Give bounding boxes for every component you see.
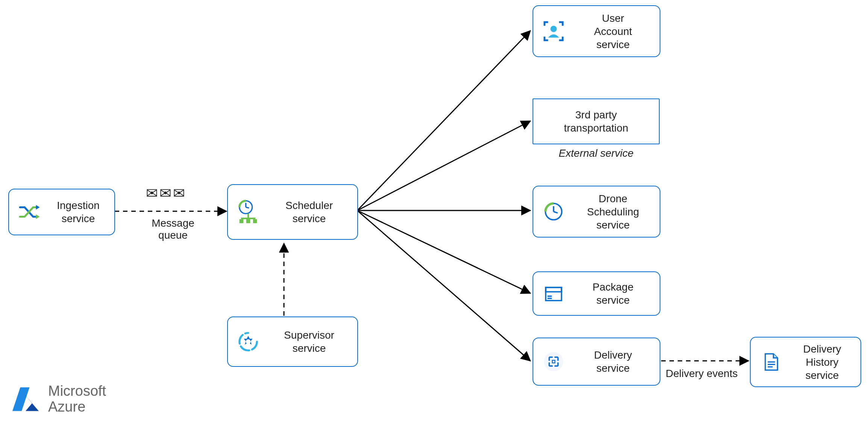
caption-delivery-events: Delivery events	[666, 368, 737, 380]
connectors-layer	[0, 0, 868, 430]
svg-rect-14	[546, 288, 561, 292]
edge-scheduler-package	[357, 210, 530, 293]
gear-refresh-icon	[235, 329, 261, 354]
node-scheduler: Schedulerservice	[227, 184, 358, 240]
node-scheduler-label: Schedulerservice	[269, 199, 350, 225]
branding-line1: Microsoft	[48, 383, 106, 399]
edge-scheduler-user	[357, 31, 530, 210]
shuffle-icon	[17, 199, 42, 225]
svg-line-2	[246, 207, 249, 208]
node-user-label: UserAccountservice	[574, 12, 652, 51]
clock-icon	[541, 199, 566, 224]
svg-point-17	[544, 352, 563, 371]
svg-rect-5	[240, 219, 244, 223]
expand-icon	[541, 349, 566, 374]
node-drone-label: DroneSchedulingservice	[574, 192, 652, 232]
edge-scheduler-3p	[357, 121, 530, 210]
user-frame-icon	[541, 18, 566, 44]
caption-message-queue: Messagequeue	[139, 217, 207, 241]
svg-point-8	[246, 339, 251, 344]
node-delivery-label: Deliveryservice	[574, 348, 652, 375]
node-third-party: 3rd partytransportation	[533, 98, 660, 144]
node-delivery: Deliveryservice	[533, 338, 660, 386]
svg-point-9	[551, 26, 557, 32]
node-ingestion: Ingestionservice	[8, 189, 115, 235]
document-icon	[758, 349, 784, 375]
branding-line2: Azure	[48, 399, 106, 415]
node-package: Packageservice	[533, 271, 660, 316]
envelope-icon: ✉	[159, 186, 171, 200]
scheduler-icon	[235, 199, 261, 225]
node-third-party-label: 3rd partytransportation	[541, 108, 651, 135]
svg-rect-7	[253, 219, 257, 223]
edge-scheduler-delivery	[357, 210, 530, 361]
envelope-icons: ✉ ✉ ✉	[146, 186, 185, 200]
node-supervisor-label: Supervisorservice	[269, 329, 350, 355]
azure-logo-icon	[10, 383, 41, 415]
node-user-account: UserAccountservice	[533, 5, 660, 57]
azure-branding: Microsoft Azure	[10, 383, 106, 415]
svg-rect-6	[246, 219, 250, 223]
envelope-icon: ✉	[173, 186, 185, 200]
node-drone-scheduling: DroneSchedulingservice	[533, 186, 660, 238]
node-history-label: DeliveryHistoryservice	[791, 342, 853, 382]
node-supervisor: Supervisorservice	[227, 316, 358, 367]
package-icon	[541, 281, 566, 306]
caption-external-service: External service	[533, 147, 660, 159]
envelope-icon: ✉	[146, 186, 158, 200]
node-package-label: Packageservice	[574, 280, 652, 307]
node-ingestion-label: Ingestionservice	[50, 199, 107, 225]
azure-branding-text: Microsoft Azure	[48, 383, 106, 415]
node-delivery-history: DeliveryHistoryservice	[750, 337, 861, 387]
